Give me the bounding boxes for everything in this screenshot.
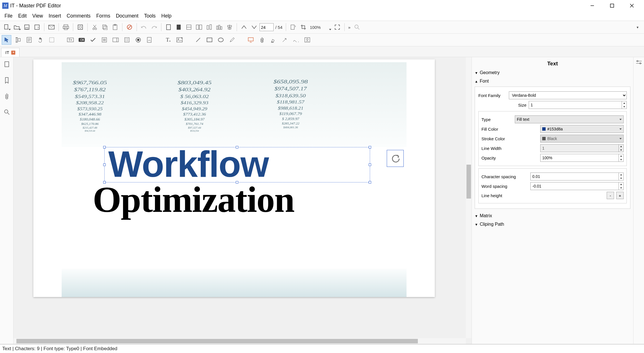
line-height-plus[interactable]: +	[616, 192, 624, 199]
highlight-tool[interactable]	[269, 35, 278, 45]
open-file-button[interactable]	[12, 22, 21, 32]
cut-button[interactable]	[90, 22, 100, 32]
text-optimization[interactable]: Optimization	[93, 178, 294, 221]
copy-button[interactable]	[100, 22, 110, 32]
zoom-dropdown[interactable]	[322, 22, 332, 32]
document-tabs: IT ✕	[0, 46, 644, 57]
align-h-button[interactable]	[225, 22, 234, 32]
line-tool[interactable]	[193, 35, 203, 45]
bg-numbers-col2: $803,049.45$403,264.92$ 56,063.02$416,32…	[175, 79, 214, 132]
panel-settings-icon[interactable]	[636, 60, 642, 64]
type-select[interactable]: Fill text	[515, 115, 624, 123]
font-section[interactable]: Font	[475, 77, 630, 85]
align-v-button[interactable]	[204, 22, 214, 32]
combo-tool[interactable]	[111, 35, 120, 45]
redo-button[interactable]	[149, 22, 159, 32]
crop-button[interactable]	[299, 22, 308, 32]
canvas[interactable]: $967,766.05$767,119.82$549,573.31$208,95…	[14, 57, 472, 344]
menu-document[interactable]: Document	[113, 12, 141, 20]
attachments-panel-button[interactable]	[2, 91, 12, 101]
search-panel-button[interactable]	[2, 107, 12, 117]
checkbox-tool[interactable]	[88, 35, 98, 45]
rotate-handle[interactable]	[387, 150, 404, 167]
distribute-button[interactable]	[215, 22, 224, 32]
edit-text-tool[interactable]	[13, 35, 23, 45]
button-tool[interactable]: OK	[77, 35, 87, 45]
arrow-tool[interactable]	[280, 35, 289, 45]
selection-tool[interactable]	[47, 35, 57, 45]
fullscreen-button[interactable]	[332, 22, 342, 32]
actual-size-button[interactable]	[174, 22, 183, 32]
svg-text:T=: T=	[68, 38, 72, 42]
new-file-button[interactable]	[2, 22, 11, 32]
font-family-select[interactable]: Verdana-Bold	[509, 91, 627, 99]
fit-width-button[interactable]	[184, 22, 194, 32]
size-input[interactable]	[529, 101, 622, 109]
next-page-button[interactable]	[249, 22, 259, 32]
pdf-page[interactable]: $967,766.05$767,119.82$549,573.31$208,95…	[33, 59, 435, 297]
curve-tool[interactable]	[291, 35, 301, 45]
matrix-section[interactable]: Matrix	[475, 212, 630, 220]
two-page-button[interactable]	[194, 22, 204, 32]
search-button[interactable]	[352, 22, 362, 32]
edit-form-tool[interactable]	[24, 35, 34, 45]
text-tool[interactable]: T+	[163, 35, 173, 45]
image-tool[interactable]: +	[175, 35, 184, 45]
menu-help[interactable]: Help	[159, 12, 174, 20]
opacity-input[interactable]	[541, 154, 619, 162]
pages-panel-button[interactable]	[2, 59, 12, 70]
rectangle-tool[interactable]	[205, 35, 214, 45]
word-spacing-input[interactable]	[531, 182, 619, 190]
toolbar-overflow[interactable]: »	[347, 25, 351, 30]
horizontal-scrollbar[interactable]	[14, 338, 466, 344]
fill-color-picker[interactable]: #153d8a	[540, 125, 624, 133]
selection-box[interactable]	[104, 147, 370, 182]
close-button[interactable]	[622, 1, 642, 11]
toolbar-menu-button[interactable]: ▾	[633, 22, 642, 32]
print-button[interactable]	[61, 22, 71, 32]
paste-button[interactable]	[110, 22, 120, 32]
menu-edit[interactable]: Edit	[15, 12, 29, 20]
tab-close-button[interactable]: ✕	[11, 51, 15, 55]
document-tab[interactable]: IT ✕	[1, 48, 20, 57]
menu-tools[interactable]: Tools	[141, 12, 159, 20]
menu-insert[interactable]: Insert	[46, 12, 64, 20]
pencil-tool[interactable]	[227, 35, 237, 45]
email-button[interactable]	[47, 22, 56, 32]
svg-text:OK: OK	[80, 38, 85, 42]
text-field-tool[interactable]: T=	[66, 35, 75, 45]
menu-comments[interactable]: Comments	[64, 12, 94, 20]
ellipse-tool[interactable]	[216, 35, 226, 45]
radio-tool[interactable]	[133, 35, 143, 45]
undo-button[interactable]	[139, 22, 149, 32]
clipping-path-section[interactable]: Cliping Path	[475, 220, 630, 229]
prev-page-button[interactable]	[239, 22, 249, 32]
zoom-select-button[interactable]	[288, 22, 298, 32]
list-box-tool[interactable]	[122, 35, 132, 45]
save-as-button[interactable]	[32, 22, 42, 32]
attachment-tool[interactable]	[257, 35, 267, 45]
geometry-section[interactable]: Geometry	[475, 68, 630, 77]
scan-button[interactable]	[75, 22, 85, 32]
select-tool[interactable]	[2, 35, 11, 45]
save-button[interactable]	[22, 22, 32, 32]
minimize-button[interactable]	[582, 1, 602, 11]
stamp-tool[interactable]	[302, 35, 312, 45]
prohibit-button[interactable]	[125, 22, 134, 32]
opacity-label: Opacity	[481, 156, 538, 160]
menu-file[interactable]: File	[2, 12, 15, 20]
line-height-minus[interactable]: -	[607, 192, 614, 199]
list-tool[interactable]	[100, 35, 109, 45]
bookmarks-panel-button[interactable]	[2, 75, 12, 85]
hand-tool[interactable]	[36, 35, 45, 45]
vertical-scrollbar[interactable]	[466, 57, 472, 338]
link-area-tool[interactable]	[246, 35, 256, 45]
menu-forms[interactable]: Forms	[93, 12, 113, 20]
fit-page-button[interactable]	[164, 22, 173, 32]
signature-tool[interactable]	[145, 35, 154, 45]
char-spacing-input[interactable]	[531, 173, 619, 180]
menu-view[interactable]: View	[29, 12, 46, 20]
page-total-label: / 54	[274, 25, 284, 30]
page-number-input[interactable]	[260, 23, 274, 31]
maximize-button[interactable]	[602, 1, 622, 11]
